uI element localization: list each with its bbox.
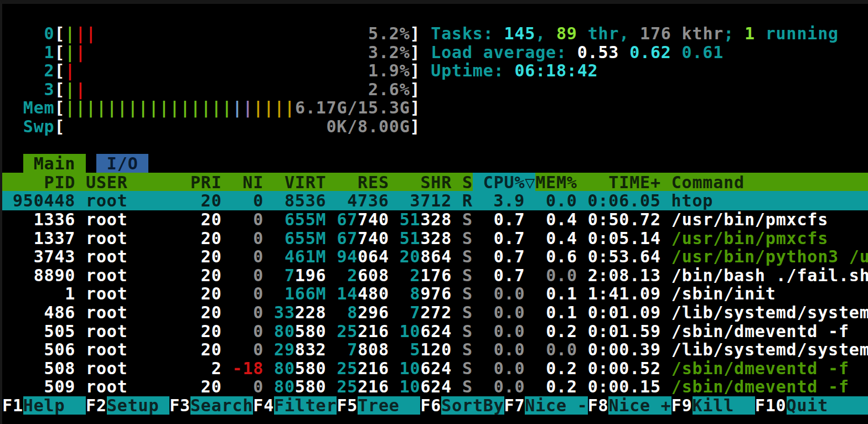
fkey-f1-help[interactable]: F1Help	[2, 396, 86, 415]
terminal-text-segment	[420, 80, 431, 99]
fkey-key-label: F9	[671, 396, 693, 415]
process-cell	[525, 284, 535, 303]
process-cell	[452, 303, 462, 322]
process-row-1[interactable]: 1 root 20 0 166M 14480 8976 S 0.0 0.1 1:…	[2, 285, 868, 303]
column-header-virt[interactable]: VIRT	[264, 173, 326, 192]
column-header-ni[interactable]: NI	[222, 173, 264, 192]
cpu0-meter-bar-tick: |	[65, 24, 75, 43]
process-cell: 20	[190, 284, 222, 303]
fkey-f4-filter[interactable]: F4Filter	[253, 396, 337, 415]
process-cell	[326, 377, 337, 396]
column-header-command[interactable]: Command	[661, 173, 745, 192]
process-cell: 0.0	[473, 303, 525, 322]
process-cell: 0.4	[535, 210, 577, 229]
process-cell: root	[86, 284, 190, 303]
column-header-pri[interactable]: PRI	[190, 173, 222, 192]
memory-meter: Mem[||||||||||||||||||||||6.17G/15.3G]	[2, 99, 868, 117]
process-cell: 2	[190, 359, 222, 378]
process-cell	[452, 377, 462, 396]
process-cell	[75, 340, 86, 359]
terminal-text-segment	[420, 61, 431, 80]
process-cell: 80	[274, 322, 295, 341]
column-header-shr[interactable]: SHR	[389, 173, 452, 192]
fkey-f8-nice[interactable]: F8Nice +	[588, 396, 671, 415]
process-cell	[661, 210, 671, 229]
process-cell	[222, 340, 232, 359]
process-cell	[326, 322, 337, 341]
fkey-f6-sortby[interactable]: F6SortBy	[420, 396, 504, 415]
meter-open-bracket: [	[54, 98, 65, 117]
tasks-summary: 145	[504, 24, 536, 43]
column-header-res[interactable]: RES	[326, 173, 389, 192]
process-row-3743[interactable]: 3743 root 20 0 461M 94064 20864 S 0.7 0.…	[2, 247, 868, 266]
process-cell: 20	[190, 303, 222, 322]
process-cell: root	[86, 266, 190, 285]
tasks-summary: ,	[535, 24, 556, 43]
process-cell	[326, 359, 337, 378]
function-key-bar: F1Help F2Setup F3SearchF4FilterF5Tree F6…	[2, 396, 868, 415]
cpu-meter-0: 0[||| 5.2%] Tasks: 145, 89 thr, 176 kthr…	[2, 24, 868, 43]
mem-meter-bar-tick: |	[285, 98, 295, 117]
process-cell: 624	[420, 359, 452, 378]
process-cell: 0:00.52	[588, 359, 661, 378]
process-row-950448[interactable]: 950448 root 20 0 8536 4736 3712 R 3.9 0.…	[2, 192, 868, 210]
fkey-f2-setup[interactable]: F2Setup	[86, 396, 169, 415]
process-cell	[661, 377, 671, 396]
process-cell	[264, 303, 274, 322]
process-row-1336[interactable]: 1336 root 20 0 655M 67740 51328 S 0.7 0.…	[2, 210, 868, 229]
process-row-486[interactable]: 486 root 20 0 33228 8296 7272 S 0.0 0.1 …	[2, 303, 868, 322]
process-cell: 509	[2, 377, 75, 396]
meter-close-bracket: ]	[410, 80, 421, 99]
process-row-506[interactable]: 506 root 20 0 29832 7808 5120 S 0.0 0.0 …	[2, 340, 868, 359]
process-row-508[interactable]: 508 root 2 -18 80580 25216 10624 S 0.0 0…	[2, 359, 868, 378]
mem-meter-bar-tick: |	[211, 98, 222, 117]
column-header-cpu[interactable]: CPU%▽	[473, 173, 535, 192]
process-row-509[interactable]: 509 root 20 0 80580 25216 10624 S 0.0 0.…	[2, 378, 868, 396]
column-header-s[interactable]: S	[452, 173, 473, 192]
cpu0-meter-bar-tick: |	[86, 24, 96, 43]
column-header-time[interactable]: TIME+	[577, 173, 661, 192]
load-average: 0.61	[682, 43, 724, 62]
process-row-1337[interactable]: 1337 root 20 0 655M 67740 51328 S 0.7 0.…	[2, 229, 868, 248]
meter-close-bracket: ]	[410, 117, 421, 136]
mem-meter-bar-tick: |	[232, 98, 243, 117]
blank-line	[2, 136, 868, 155]
process-cell	[389, 303, 400, 322]
process-row-505[interactable]: 505 root 20 0 80580 25216 10624 S 0.0 0.…	[2, 322, 868, 341]
process-row-8890[interactable]: 8890 root 20 0 7196 2608 2176 S 0.7 0.0 …	[2, 266, 868, 285]
tab-main[interactable]: Main	[23, 154, 86, 173]
column-header-user[interactable]: USER	[75, 173, 190, 192]
process-cell	[75, 284, 86, 303]
terminal-text-segment	[420, 117, 431, 136]
fkey-f10-quit[interactable]: F10Quit	[755, 396, 868, 415]
terminal-text-segment	[420, 24, 431, 43]
process-cell: 296	[358, 303, 389, 322]
process-cell: 486	[2, 303, 75, 322]
tab-io[interactable]: I/O	[96, 154, 148, 173]
process-cell	[326, 210, 337, 229]
process-cell	[264, 247, 274, 266]
process-cell: 120	[420, 340, 452, 359]
process-cell	[222, 359, 232, 378]
process-cell: 25	[337, 322, 358, 341]
column-header-mem[interactable]: MEM%	[535, 173, 577, 192]
fkey-f3-search[interactable]: F3Search	[169, 396, 253, 415]
process-cell: 0.0	[535, 266, 577, 285]
process-cell: 25	[337, 359, 358, 378]
process-cell	[661, 229, 671, 248]
process-cell: 832	[295, 340, 327, 359]
tasks-summary: 1	[745, 24, 755, 43]
meter-close-bracket: ]	[410, 43, 421, 62]
terminal-text-segment	[421, 98, 431, 117]
fkey-f9-kill[interactable]: F9Kill	[671, 396, 755, 415]
tasks-summary: ;	[724, 24, 745, 43]
column-header-pid[interactable]: PID	[2, 173, 75, 192]
process-cell: 580	[295, 359, 327, 378]
process-cell: 10	[400, 377, 421, 396]
process-cell	[452, 284, 462, 303]
process-cell	[389, 229, 400, 248]
fkey-f5-tree[interactable]: F5Tree	[337, 396, 420, 415]
process-cell: 216	[358, 377, 389, 396]
fkey-f7-nice[interactable]: F7Nice -	[504, 396, 588, 415]
fkey-key-label: F5	[337, 396, 358, 415]
